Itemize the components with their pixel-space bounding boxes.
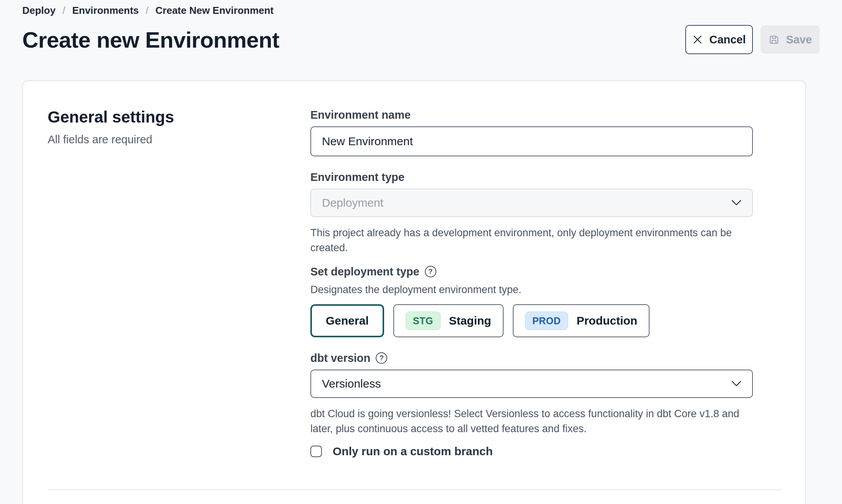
dbt-version-select[interactable]: Versionless (310, 370, 753, 398)
section-divider (48, 489, 782, 490)
close-icon (692, 34, 703, 45)
custom-branch-label[interactable]: Only run on a custom branch (333, 445, 493, 458)
section-heading: General settings (48, 108, 310, 126)
general-settings-card: General settings All fields are required… (22, 80, 806, 504)
environment-type-help: This project already has a development e… (310, 225, 753, 255)
deployment-type-label: Set deployment type ? (310, 265, 753, 279)
breadcrumb-separator: / (63, 5, 65, 17)
chevron-down-icon (731, 381, 741, 387)
breadcrumb: Deploy / Environments / Create New Envir… (22, 5, 820, 17)
environment-name-group: Environment name (310, 108, 753, 156)
production-badge: PROD (525, 312, 568, 330)
deployment-type-description: Designates the deployment environment ty… (310, 282, 753, 297)
page-header: Deploy / Environments / Create New Envir… (0, 0, 842, 54)
dbt-version-value: Versionless (322, 377, 381, 390)
environment-type-value: Deployment (322, 196, 383, 209)
production-option-label: Production (577, 314, 637, 327)
page-title: Create new Environment (22, 27, 279, 53)
breadcrumb-separator: / (146, 5, 148, 17)
breadcrumb-environments[interactable]: Environments (72, 5, 139, 17)
cancel-button[interactable]: Cancel (685, 25, 753, 54)
deployment-type-production-button[interactable]: PROD Production (513, 304, 650, 337)
question-circle-icon[interactable]: ? (425, 266, 436, 277)
environment-type-label: Environment type (310, 170, 753, 184)
environment-name-label: Environment name (310, 108, 753, 122)
deployment-type-general-button[interactable]: General (310, 304, 384, 337)
environment-form: Environment name Environment type Deploy… (310, 108, 753, 458)
dbt-version-label: dbt version ? (310, 351, 753, 365)
dbt-version-help: dbt Cloud is going versionless! Select V… (310, 406, 753, 436)
custom-branch-row: Only run on a custom branch (310, 445, 753, 458)
custom-branch-checkbox[interactable] (310, 446, 322, 457)
deployment-type-staging-button[interactable]: STG Staging (393, 304, 504, 337)
question-circle-icon[interactable]: ? (376, 352, 387, 364)
section-subheading: All fields are required (48, 133, 310, 146)
breadcrumb-deploy[interactable]: Deploy (22, 5, 56, 17)
deployment-type-options: General STG Staging PROD Production (310, 304, 753, 337)
general-option-label: General (326, 314, 369, 327)
environment-name-input[interactable] (310, 126, 753, 156)
header-actions: Cancel Save (685, 25, 820, 54)
breadcrumb-create-new-environment: Create New Environment (156, 5, 274, 17)
deployment-type-group: Set deployment type ? Designates the dep… (310, 265, 753, 337)
save-button[interactable]: Save (761, 25, 820, 54)
save-disk-icon (768, 34, 780, 45)
dbt-version-label-text: dbt version (310, 351, 370, 365)
environment-type-group: Environment type Deployment This project… (310, 170, 753, 255)
staging-option-label: Staging (449, 314, 491, 327)
staging-badge: STG (406, 312, 441, 330)
deployment-type-label-text: Set deployment type (310, 265, 419, 279)
environment-type-select: Deployment (310, 189, 753, 217)
save-button-label: Save (786, 33, 812, 46)
chevron-down-icon (731, 200, 741, 206)
cancel-button-label: Cancel (709, 33, 746, 46)
section-intro: General settings All fields are required (48, 108, 310, 458)
dbt-version-group: dbt version ? Versionless dbt Cloud is g… (310, 351, 753, 436)
